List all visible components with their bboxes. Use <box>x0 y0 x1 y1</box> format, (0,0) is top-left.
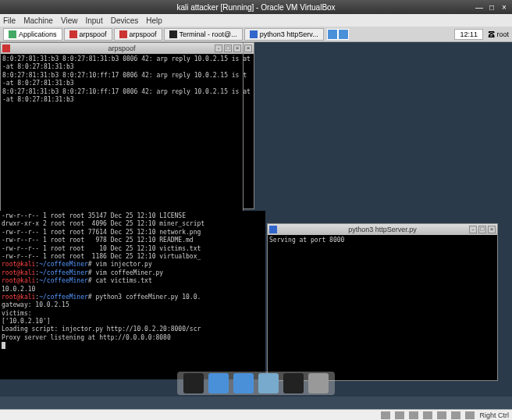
status-disk-icon[interactable] <box>381 411 390 419</box>
minimize-icon[interactable]: - <box>469 226 477 233</box>
maximize-icon[interactable]: □ <box>478 226 486 233</box>
dock-terminal-icon[interactable] <box>183 373 204 393</box>
menu-machine[interactable]: Machine <box>23 16 53 25</box>
terminal-output[interactable]: Serving at port 8000 <box>268 235 497 380</box>
window-titlebar[interactable]: arpspoof -□× <box>1 43 243 54</box>
terminal-output[interactable]: -rw-r--r-- 1 root root 35147 Dec 25 12:1… <box>0 211 265 379</box>
dock-trash-icon[interactable] <box>308 373 329 393</box>
window-arpspoof-2: arpspoof -□× 8:0:27:81:31:b3 8:0:27:81:3… <box>0 42 244 222</box>
taskbar-tab-python[interactable]: python3 httpServ... <box>244 28 324 41</box>
taskbar-tab-arpspoof-2[interactable]: arpspoof <box>114 28 162 41</box>
menu-file[interactable]: File <box>3 16 16 25</box>
user-label[interactable]: 🕿 root <box>488 30 509 38</box>
window-terminal-main: -rw-r--r-- 1 root root 35147 Dec 25 12:1… <box>0 211 265 379</box>
dock-files-icon[interactable] <box>208 373 229 393</box>
dock <box>177 372 335 395</box>
terminal-icon <box>119 30 127 38</box>
close-icon[interactable]: × <box>500 2 509 12</box>
maximize-icon[interactable]: □ <box>487 2 496 12</box>
applications-menu[interactable]: Applications <box>3 28 62 41</box>
virtualbox-titlebar: kali attacker [Running] - Oracle VM Virt… <box>0 0 512 14</box>
desktop: arpspoof -□× 8:0:27:81:31:b3 8:0:27:81:3… <box>0 42 512 397</box>
kali-icon <box>9 30 16 38</box>
menu-devices[interactable]: Devices <box>111 16 139 25</box>
virtualbox-statusbar: Right Ctrl <box>0 409 512 420</box>
minimize-icon[interactable]: - <box>215 44 222 52</box>
workspace-switcher[interactable] <box>327 29 349 40</box>
dock-settings-icon[interactable] <box>233 373 254 393</box>
taskbar-tab-terminal[interactable]: Terminal - root@... <box>164 28 243 41</box>
vm-title-text: kali attacker [Running] - Oracle VM Virt… <box>176 3 335 12</box>
host-key-label: Right Ctrl <box>479 411 509 419</box>
virtualbox-menubar: File Machine View Input Devices Help <box>0 14 512 27</box>
window-httpserver: python3 httpServer.py -□× Serving at por… <box>267 223 498 381</box>
close-icon[interactable]: × <box>488 226 496 233</box>
terminal-icon <box>69 30 77 38</box>
clock[interactable]: 12:11 <box>454 29 483 40</box>
close-icon[interactable]: × <box>244 44 252 52</box>
terminal-output[interactable]: 8:0:27:81:31:b3 8:0:27:81:31:b3 0806 42:… <box>1 54 243 221</box>
app-icon <box>2 44 10 52</box>
menu-help[interactable]: Help <box>146 16 162 25</box>
status-usb-icon[interactable] <box>409 411 418 419</box>
status-display-icon[interactable] <box>437 411 446 419</box>
close-icon[interactable]: × <box>233 44 241 52</box>
maximize-icon[interactable]: □ <box>224 44 232 52</box>
status-record-icon[interactable] <box>451 411 460 419</box>
taskbar-tab-arpspoof-1[interactable]: arpspoof <box>64 28 112 41</box>
minimize-icon[interactable]: — <box>475 2 484 12</box>
kali-taskbar: Applications arpspoof arpspoof Terminal … <box>0 27 512 42</box>
dock-folder-icon[interactable] <box>258 373 279 393</box>
menu-input[interactable]: Input <box>85 16 102 25</box>
status-shared-icon[interactable] <box>423 411 432 419</box>
app-icon <box>269 226 277 233</box>
dock-search-icon[interactable] <box>283 373 304 393</box>
status-network-icon[interactable] <box>395 411 404 419</box>
window-titlebar[interactable]: python3 httpServer.py -□× <box>268 224 497 235</box>
menu-view[interactable]: View <box>61 16 78 25</box>
terminal-icon <box>169 30 177 38</box>
terminal-icon <box>250 30 258 38</box>
status-mouse-icon[interactable] <box>465 411 475 419</box>
